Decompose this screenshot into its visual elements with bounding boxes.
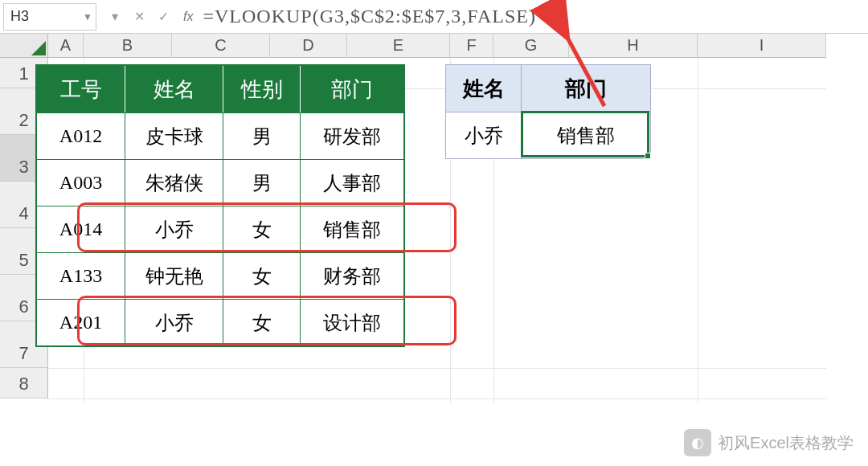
col-header-E[interactable]: E <box>347 34 450 58</box>
name-box-dropdown-icon[interactable]: ▼ <box>83 11 92 22</box>
table-row: A014 小乔 女 销售部 <box>37 206 403 252</box>
formula-input[interactable]: =VLOOKUP(G3,$C$2:$E$7,3,FALSE) <box>198 6 535 27</box>
confirm-icon[interactable]: ✓ <box>153 6 174 27</box>
watermark-text: 初风Excel表格教学 <box>718 432 854 454</box>
row-header-8[interactable]: 8 <box>0 368 48 399</box>
cell-C3[interactable]: 皮卡球 <box>125 112 223 159</box>
col-header-C[interactable]: C <box>172 34 270 58</box>
lookup-header-dept[interactable]: 部门 <box>522 65 650 112</box>
lookup-header-row: 姓名 部门 <box>446 65 650 112</box>
header-id[interactable]: 工号 <box>37 66 125 112</box>
cell-E7[interactable]: 设计部 <box>301 299 403 345</box>
table-header-row: 工号 姓名 性别 部门 <box>37 66 403 112</box>
select-all-corner[interactable] <box>0 34 48 58</box>
col-header-B[interactable]: B <box>84 34 172 58</box>
table-row: A003 朱猪侠 男 人事部 <box>37 159 403 206</box>
cell-B6[interactable]: A133 <box>37 252 125 299</box>
table-row: A012 皮卡球 男 研发部 <box>37 112 403 159</box>
cell-B3[interactable]: A012 <box>37 112 125 159</box>
cell-D5[interactable]: 女 <box>223 206 301 252</box>
lookup-row: 小乔 销售部 <box>446 112 650 158</box>
cell-B5[interactable]: A014 <box>37 206 125 252</box>
table-row: A201 小乔 女 设计部 <box>37 299 403 345</box>
header-gender[interactable]: 性别 <box>223 66 301 112</box>
data-table: 工号 姓名 性别 部门 A012 皮卡球 男 研发部 A003 朱猪侠 男 人事… <box>35 64 405 347</box>
header-name[interactable]: 姓名 <box>125 66 223 112</box>
cell-D4[interactable]: 男 <box>223 159 301 206</box>
col-header-H[interactable]: H <box>569 34 698 58</box>
cell-E3[interactable]: 研发部 <box>301 112 403 159</box>
lookup-header-name[interactable]: 姓名 <box>446 65 522 112</box>
fx-icon[interactable]: fx <box>183 10 193 24</box>
col-header-I[interactable]: I <box>698 34 826 58</box>
cell-E4[interactable]: 人事部 <box>301 159 403 206</box>
name-box[interactable]: H3 ▼ <box>3 3 96 31</box>
cell-C6[interactable]: 钟无艳 <box>125 252 223 299</box>
column-headers: A B C D E F G H I <box>48 34 826 58</box>
spreadsheet-grid: A B C D E F G H I 1 2 3 4 5 6 7 8 工号 姓名 … <box>0 34 868 466</box>
cell-C7[interactable]: 小乔 <box>125 299 223 345</box>
wechat-icon: ◐ <box>684 429 711 456</box>
col-header-G[interactable]: G <box>493 34 569 58</box>
cell-E5[interactable]: 销售部 <box>301 206 403 252</box>
cell-C4[interactable]: 朱猪侠 <box>125 159 223 206</box>
cell-H3[interactable]: 销售部 <box>522 112 650 158</box>
cell-D7[interactable]: 女 <box>223 299 301 345</box>
watermark: ◐ 初风Excel表格教学 <box>684 429 854 456</box>
formula-bar: H3 ▼ ▾ ✕ ✓ fx =VLOOKUP(G3,$C$2:$E$7,3,FA… <box>0 0 868 34</box>
table-row: A133 钟无艳 女 财务部 <box>37 252 403 299</box>
cancel-icon[interactable]: ✕ <box>129 6 149 27</box>
cell-C5[interactable]: 小乔 <box>125 206 223 252</box>
col-header-F[interactable]: F <box>450 34 493 58</box>
cell-D6[interactable]: 女 <box>223 252 301 299</box>
cell-reference: H3 <box>10 8 29 25</box>
col-header-D[interactable]: D <box>270 34 347 58</box>
formula-bar-buttons: ▾ ✕ ✓ <box>104 6 174 27</box>
lookup-table: 姓名 部门 小乔 销售部 <box>445 64 651 159</box>
dropdown-icon[interactable]: ▾ <box>104 6 125 27</box>
cell-B7[interactable]: A201 <box>37 299 125 345</box>
cell-E6[interactable]: 财务部 <box>301 252 403 299</box>
cell-B4[interactable]: A003 <box>37 159 125 206</box>
cell-D3[interactable]: 男 <box>223 112 301 159</box>
corner-triangle-icon <box>31 41 46 55</box>
col-header-A[interactable]: A <box>48 34 84 58</box>
header-dept[interactable]: 部门 <box>301 66 403 112</box>
cell-G3[interactable]: 小乔 <box>446 112 522 158</box>
